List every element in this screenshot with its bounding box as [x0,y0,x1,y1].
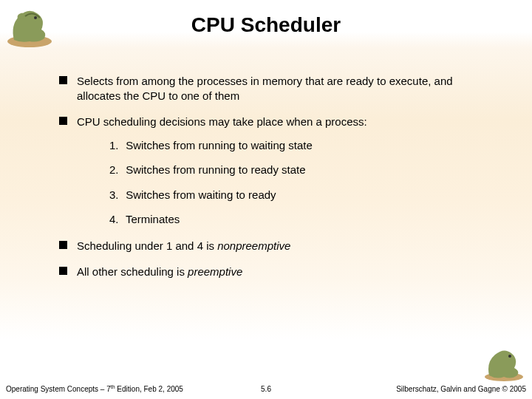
item-number: 2. [109,163,123,177]
slide-title: CPU Scheduler [0,13,532,37]
list-item: 4. Terminates [109,212,497,227]
footer-text: Edition, Feb 2, 2005 [115,385,183,393]
footer-left: Operating System Concepts – 7th Edition,… [6,384,183,393]
list-item: 1. Switches from running to waiting stat… [109,138,497,153]
slide: CPU Scheduler Selects from among the pro… [0,0,532,399]
bullet-text: All other scheduling is [77,265,188,278]
svg-point-3 [508,355,511,358]
slide-footer: Operating System Concepts – 7th Edition,… [0,380,532,393]
list-item: 2. Switches from running to ready state [109,163,497,177]
item-text: Switches from running to waiting state [126,139,313,151]
footer-right: Silberschatz, Galvin and Gagne © 2005 [396,385,526,393]
item-number: 4. [109,212,123,227]
footer-pagenum: 5.6 [261,385,271,393]
item-text: Terminates [126,213,180,225]
bullet-text: Scheduling under 1 and 4 is [77,239,217,252]
bullet-item: CPU scheduling decisions may take place … [59,115,497,227]
bullet-item: Scheduling under 1 and 4 is nonpreemptiv… [59,239,497,253]
emphasis: preemptive [188,265,242,278]
emphasis: nonpreemptive [217,239,290,252]
item-number: 3. [109,188,123,202]
dinosaur-logo-bottom [480,343,528,383]
list-item: 3. Switches from waiting to ready [109,188,497,202]
item-text: Switches from waiting to ready [126,188,276,201]
slide-body: Selects from among the processes in memo… [59,74,497,291]
bullet-text: CPU scheduling decisions may take place … [77,115,367,128]
bullet-text: Selects from among the processes in memo… [77,75,453,102]
footer-text: Operating System Concepts – 7 [6,385,111,393]
numbered-list: 1. Switches from running to waiting stat… [109,138,497,227]
bullet-item: Selects from among the processes in memo… [59,74,497,103]
bullet-item: All other scheduling is preemptive [59,265,497,279]
item-number: 1. [109,138,123,153]
item-text: Switches from running to ready state [126,163,305,176]
